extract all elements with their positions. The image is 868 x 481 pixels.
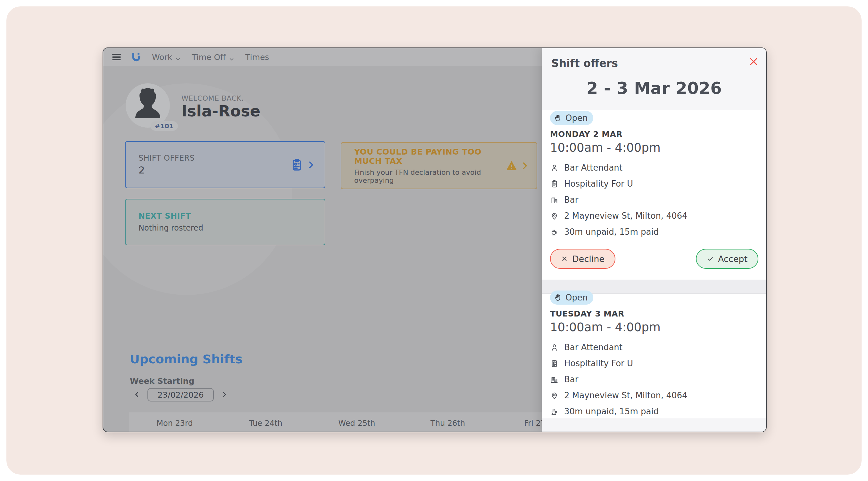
next-shift-value: Nothing rostered bbox=[138, 223, 203, 233]
person-icon bbox=[550, 343, 559, 352]
decline-button-label: Decline bbox=[572, 254, 604, 264]
building-icon bbox=[550, 375, 559, 384]
shift-offers-count: 2 bbox=[138, 164, 195, 176]
shift-offers-panel: Shift offers 2 - 3 Mar 2026 Open MONDAY … bbox=[542, 48, 767, 431]
week-starting-label: Week Starting bbox=[130, 377, 194, 386]
week-navigation bbox=[131, 388, 230, 401]
detail-text: 2 Mayneview St, Milton, 4064 bbox=[564, 211, 687, 221]
nav-times[interactable]: Times bbox=[245, 53, 269, 62]
tax-warning-subtitle: Finish your TFN declaration to avoid ove… bbox=[354, 168, 505, 184]
nav-time-off[interactable]: Time Off bbox=[192, 53, 235, 62]
close-icon[interactable] bbox=[747, 56, 760, 68]
x-icon bbox=[561, 255, 568, 262]
chevron-right-icon bbox=[220, 391, 228, 398]
chevron-down-icon bbox=[175, 55, 181, 61]
detail-row-breaks: 30m unpaid, 15m paid bbox=[550, 224, 758, 240]
tax-warning-card[interactable]: YOU COULD BE PAYING TOO MUCH TAX Finish … bbox=[341, 142, 537, 189]
hand-icon bbox=[554, 114, 562, 122]
shift-offer-card: Open MONDAY 2 MAR 10:00am - 4:00pm Bar A… bbox=[550, 111, 758, 269]
panel-footer bbox=[542, 418, 767, 431]
employee-id-badge: #101 bbox=[151, 121, 178, 131]
tax-warning-icons bbox=[505, 159, 529, 172]
clipboard-icon bbox=[550, 359, 559, 368]
shift-offer-card: Open TUESDAY 3 MAR 10:00am - 4:00pm Bar … bbox=[550, 291, 758, 419]
chevron-right-icon bbox=[306, 160, 316, 170]
offer-day: MONDAY 2 MAR bbox=[550, 129, 758, 139]
status-badge: Open bbox=[550, 111, 593, 125]
detail-row-employer: Hospitality For U bbox=[550, 355, 758, 371]
offer-details: Bar Attendant Hospitality For U Bar 2 Ma… bbox=[550, 339, 758, 419]
detail-text: Bar bbox=[564, 374, 578, 384]
status-badge-label: Open bbox=[565, 113, 588, 123]
shift-offers-card-icons bbox=[290, 158, 316, 172]
offer-time: 10:00am - 4:00pm bbox=[550, 320, 758, 334]
detail-row-position: Bar Attendant bbox=[550, 339, 758, 355]
previous-week-button[interactable] bbox=[131, 388, 142, 401]
detail-row-location: 2 Mayneview St, Milton, 4064 bbox=[550, 387, 758, 403]
table-column-header: Wed 25th bbox=[311, 412, 402, 431]
nav-work-label: Work bbox=[152, 53, 172, 62]
building-icon bbox=[550, 196, 559, 204]
location-pin-icon bbox=[550, 212, 559, 220]
clipboard-icon bbox=[550, 180, 559, 188]
offer-time: 10:00am - 4:00pm bbox=[550, 141, 758, 155]
detail-text: Hospitality For U bbox=[564, 179, 633, 188]
coffee-cup-icon bbox=[550, 228, 559, 236]
detail-row-breaks: 30m unpaid, 15m paid bbox=[550, 403, 758, 419]
detail-row-location: 2 Mayneview St, Milton, 4064 bbox=[550, 208, 758, 224]
person-icon bbox=[550, 163, 559, 172]
table-column-header: Mon 23rd bbox=[129, 412, 220, 431]
status-badge: Open bbox=[550, 291, 593, 305]
detail-text: 2 Mayneview St, Milton, 4064 bbox=[564, 391, 687, 400]
tax-warning-title: YOU COULD BE PAYING TOO MUCH TAX bbox=[354, 147, 505, 166]
detail-row-department: Bar bbox=[550, 371, 758, 387]
offer-actions: Decline Accept bbox=[550, 249, 758, 269]
nav-time-off-label: Time Off bbox=[192, 53, 226, 62]
detail-row-department: Bar bbox=[550, 192, 758, 208]
chevron-right-icon bbox=[520, 161, 529, 171]
tax-warning-text: YOU COULD BE PAYING TOO MUCH TAX Finish … bbox=[354, 147, 505, 184]
next-week-button[interactable] bbox=[219, 388, 230, 401]
accept-button[interactable]: Accept bbox=[696, 249, 758, 269]
offer-details: Bar Attendant Hospitality For U Bar 2 Ma… bbox=[550, 160, 758, 240]
table-column-header: Tue 24th bbox=[220, 412, 311, 431]
status-badge-label: Open bbox=[565, 293, 588, 302]
next-shift-card: NEXT SHIFT Nothing rostered bbox=[125, 199, 326, 245]
shift-offers-card[interactable]: SHIFT OFFERS 2 bbox=[125, 141, 326, 188]
nav-work[interactable]: Work bbox=[152, 53, 181, 62]
next-shift-label: NEXT SHIFT bbox=[138, 212, 191, 221]
offer-day: TUESDAY 3 MAR bbox=[550, 309, 758, 319]
detail-text: 30m unpaid, 15m paid bbox=[564, 227, 659, 237]
upcoming-shifts-title: Upcoming Shifts bbox=[130, 352, 243, 366]
warning-icon bbox=[505, 159, 518, 172]
chevron-down-icon bbox=[228, 55, 235, 61]
week-starting-date-input[interactable] bbox=[148, 388, 214, 401]
menu-icon[interactable] bbox=[112, 54, 121, 60]
shift-offers-card-label: SHIFT OFFERS bbox=[138, 154, 195, 162]
offer-date-range: 2 - 3 Mar 2026 bbox=[542, 79, 767, 98]
foundu-logo[interactable] bbox=[131, 52, 142, 62]
detail-text: Bar Attendant bbox=[564, 342, 622, 352]
check-icon bbox=[707, 255, 714, 262]
detail-row-employer: Hospitality For U bbox=[550, 176, 758, 192]
shift-offers-card-text: SHIFT OFFERS 2 bbox=[138, 154, 195, 176]
table-column-header: Thu 26th bbox=[402, 412, 493, 431]
nav-times-label: Times bbox=[245, 53, 269, 62]
hand-icon bbox=[554, 293, 562, 302]
location-pin-icon bbox=[550, 391, 559, 400]
detail-row-position: Bar Attendant bbox=[550, 160, 758, 176]
decline-button[interactable]: Decline bbox=[550, 249, 615, 269]
user-name: Isla-Rose bbox=[181, 102, 260, 120]
detail-text: Hospitality For U bbox=[564, 359, 633, 368]
panel-title: Shift offers bbox=[551, 57, 618, 69]
welcome-eyebrow: WELCOME BACK, bbox=[181, 94, 244, 102]
detail-text: Bar bbox=[564, 195, 578, 205]
panel-header: Shift offers 2 - 3 Mar 2026 bbox=[542, 48, 767, 110]
chevron-left-icon bbox=[133, 391, 141, 398]
app-window: Work Time Off Times #101 WELCOME BACK, I… bbox=[102, 48, 767, 432]
detail-text: 30m unpaid, 15m paid bbox=[564, 407, 659, 416]
accept-button-label: Accept bbox=[718, 254, 747, 264]
detail-text: Bar Attendant bbox=[564, 163, 622, 173]
coffee-cup-icon bbox=[550, 407, 559, 416]
clipboard-person-icon bbox=[290, 158, 304, 172]
